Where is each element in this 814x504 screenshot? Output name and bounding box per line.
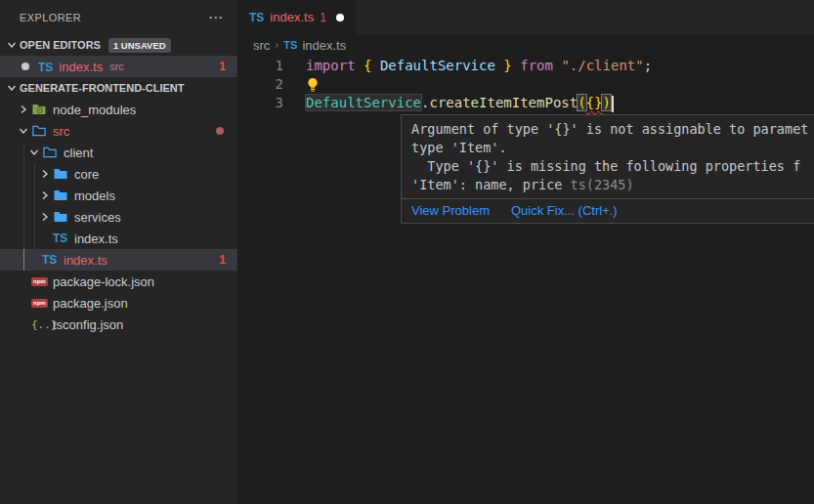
- typescript-icon: TS: [249, 11, 264, 24]
- code-line-3[interactable]: 3DefaultService.createItemItemPost({}): [237, 94, 814, 112]
- tree-item-label: package.json: [53, 296, 128, 311]
- breadcrumb-index-ts[interactable]: index.ts: [302, 38, 346, 53]
- code-token: ): [602, 95, 610, 110]
- workspace-section-header[interactable]: GENERATE-FRONTEND-CLIENT: [0, 77, 237, 99]
- code-line-content: import { DefaultService } from "./client…: [283, 57, 652, 75]
- typescript-icon: TS: [283, 39, 297, 51]
- tree-item-package-lock-json[interactable]: npmpackage-lock.json: [0, 271, 237, 292]
- code-token: createItemItemPost: [429, 95, 578, 110]
- error-tooltip: Argument of type '{}' is not assignable …: [401, 114, 814, 224]
- code-token: from: [520, 58, 553, 73]
- npm-icon: npm: [31, 277, 51, 286]
- tree-item-index-ts[interactable]: TSindex.ts1: [0, 249, 237, 271]
- tree-item-label: services: [74, 210, 121, 225]
- code-token: "./client": [561, 58, 643, 73]
- lightbulb-icon[interactable]: [306, 76, 321, 92]
- code-token: (: [578, 95, 585, 110]
- tree-item-src[interactable]: src: [0, 120, 237, 142]
- error-count-badge: 1: [219, 253, 226, 267]
- code-token: {}: [586, 95, 603, 110]
- tree-item-label: client: [64, 146, 93, 160]
- code-token: [356, 58, 364, 73]
- code-token: }: [503, 58, 511, 73]
- tree-item-label: package-lock.json: [53, 274, 154, 289]
- text-cursor: [612, 96, 614, 112]
- code-line-content: DefaultService.createItemItemPost({}): [283, 94, 614, 112]
- error-message-line: type 'Item'.: [411, 139, 814, 157]
- folder-icon: [53, 188, 72, 203]
- workspace-label: GENERATE-FRONTEND-CLIENT: [20, 82, 184, 94]
- code-line-content: [283, 75, 321, 94]
- chevron-right-icon: [37, 168, 53, 180]
- folder-npm-icon: [31, 102, 51, 117]
- chevron-down-icon: [26, 147, 42, 158]
- code-token: DefaultService: [306, 95, 421, 110]
- line-number: 3: [237, 94, 283, 112]
- code-token: ;: [644, 58, 652, 73]
- tree-item-label: core: [74, 167, 99, 182]
- tree-item-client[interactable]: client: [0, 142, 237, 163]
- unsaved-badge: 1 UNSAVED: [108, 38, 171, 53]
- chevron-right-icon: [16, 104, 31, 115]
- more-actions-icon[interactable]: ⋯: [208, 13, 224, 22]
- breadcrumb-src[interactable]: src: [253, 38, 270, 53]
- error-dot-icon: [216, 127, 224, 135]
- file-tree: node_modulessrcclientcoremodelsservicesT…: [0, 99, 237, 335]
- open-editor-item-index-ts[interactable]: TSindex.tssrc1: [0, 56, 237, 77]
- tree-item-label: src: [53, 124, 69, 139]
- tree-item-models[interactable]: models: [0, 185, 237, 206]
- tree-item-index-ts[interactable]: TSindex.ts: [0, 228, 237, 249]
- folder-open-icon: [42, 145, 62, 160]
- chevron-down-icon: [4, 82, 20, 94]
- error-count-badge: 1: [219, 60, 226, 73]
- code-token: DefaultService: [380, 58, 495, 73]
- quick-fix-link[interactable]: Quick Fix... (Ctrl+.): [511, 203, 618, 218]
- unsaved-dot-icon[interactable]: [336, 14, 344, 21]
- error-message-line: Argument of type '{}' is not assignable …: [411, 120, 814, 139]
- code-line-1[interactable]: 1import { DefaultService } from "./clien…: [237, 57, 814, 75]
- chevron-right-icon: [37, 211, 53, 223]
- tab-label: index.ts: [270, 10, 314, 24]
- folder-icon: [53, 209, 72, 225]
- explorer-sidebar: EXPLORER ⋯ OPEN EDITORS 1 UNSAVED TSinde…: [0, 0, 237, 504]
- braces-icon: {..}: [31, 318, 51, 331]
- line-number: 1: [237, 57, 283, 75]
- tree-item-node-modules[interactable]: node_modules: [0, 99, 237, 120]
- tab-index-ts[interactable]: TS index.ts 1: [237, 0, 356, 34]
- open-editors-section-header[interactable]: OPEN EDITORS 1 UNSAVED: [0, 34, 237, 56]
- tree-item-tsconfig-json[interactable]: {..}tsconfig.json: [0, 314, 237, 335]
- tab-error-count: 1: [320, 11, 326, 24]
- sidebar-header: EXPLORER ⋯: [0, 0, 237, 34]
- editor-area: TS index.ts 1 src › TS index.ts 1import …: [237, 0, 814, 504]
- code-line-2[interactable]: 2: [237, 75, 814, 94]
- ts-icon: TS: [42, 253, 62, 267]
- indent-guide: [34, 163, 35, 249]
- chevron-down-icon: [16, 125, 31, 137]
- folder-open-icon: [31, 123, 51, 139]
- tree-item-core[interactable]: core: [0, 163, 237, 185]
- code-token: import: [306, 58, 356, 73]
- tree-item-label: index.ts: [64, 253, 107, 268]
- chevron-right-icon: ›: [275, 38, 278, 52]
- tree-item-label: node_modules: [53, 103, 136, 117]
- error-message: Argument of type '{}' is not assignable …: [402, 115, 814, 198]
- typescript-icon: TS: [38, 60, 59, 74]
- modified-dot-icon[interactable]: [21, 63, 29, 70]
- indent-guide: [23, 249, 24, 271]
- error-message-line: Type '{}' is missing the following prope…: [411, 157, 814, 176]
- open-editors-list: TSindex.tssrc1: [0, 56, 237, 77]
- tree-item-services[interactable]: services: [0, 206, 237, 228]
- breadcrumb: src › TS index.ts: [237, 34, 814, 56]
- code-editor[interactable]: 1import { DefaultService } from "./clien…: [237, 56, 814, 112]
- open-editors-label: OPEN EDITORS: [20, 39, 101, 51]
- chevron-down-icon: [4, 39, 20, 51]
- line-number: 2: [237, 75, 283, 94]
- folder-icon: [53, 166, 72, 182]
- open-editor-filename: index.ts: [59, 60, 103, 74]
- view-problem-link[interactable]: View Problem: [411, 203, 490, 218]
- error-code: ts(2345): [571, 177, 634, 192]
- code-token: [512, 58, 520, 73]
- error-tooltip-actions: View Problem Quick Fix... (Ctrl+.): [402, 198, 814, 223]
- tree-item-label: index.ts: [74, 231, 118, 246]
- tree-item-package-json[interactable]: npmpackage.json: [0, 292, 237, 314]
